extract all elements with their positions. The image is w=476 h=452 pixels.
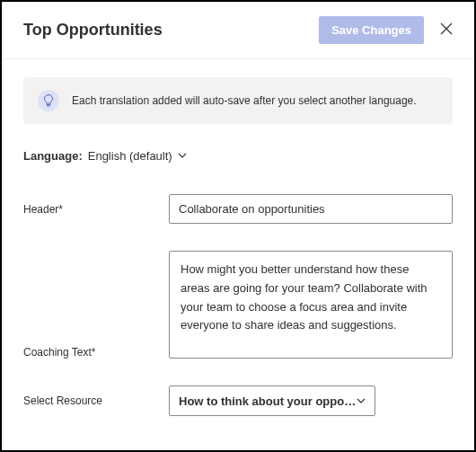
coaching-field-row: Coaching Text*	[23, 251, 453, 359]
language-label: Language:	[23, 149, 83, 163]
close-icon	[440, 22, 453, 38]
header-field-row: Header*	[23, 194, 453, 224]
chevron-down-icon	[357, 393, 366, 409]
header-actions: Save Changes	[319, 16, 456, 44]
lightbulb-icon	[38, 90, 59, 111]
header-field-label: Header*	[23, 203, 169, 216]
info-banner-text: Each translation added will auto-save af…	[72, 94, 417, 107]
resource-field-row: Select Resource How to think about your …	[23, 386, 453, 416]
language-selector[interactable]: Language: English (default)	[23, 147, 453, 164]
resource-field-label: Select Resource	[23, 394, 169, 407]
save-changes-button[interactable]: Save Changes	[319, 16, 424, 44]
dialog-panel: Top Opportunities Save Changes Each tran…	[0, 0, 476, 452]
header-input[interactable]	[169, 194, 453, 224]
dialog-content: Each translation added will auto-save af…	[2, 59, 474, 450]
chevron-down-icon	[178, 147, 187, 164]
language-value: English (default)	[88, 149, 172, 163]
dialog-header: Top Opportunities Save Changes	[2, 2, 474, 59]
resource-select[interactable]: How to think about your opportunit…	[169, 386, 375, 416]
info-banner: Each translation added will auto-save af…	[23, 77, 453, 124]
page-title: Top Opportunities	[23, 21, 163, 40]
close-button[interactable]	[436, 19, 456, 41]
coaching-text-input[interactable]	[169, 251, 453, 359]
coaching-field-label: Coaching Text*	[23, 346, 169, 359]
resource-select-value: How to think about your opportunit…	[179, 394, 357, 408]
